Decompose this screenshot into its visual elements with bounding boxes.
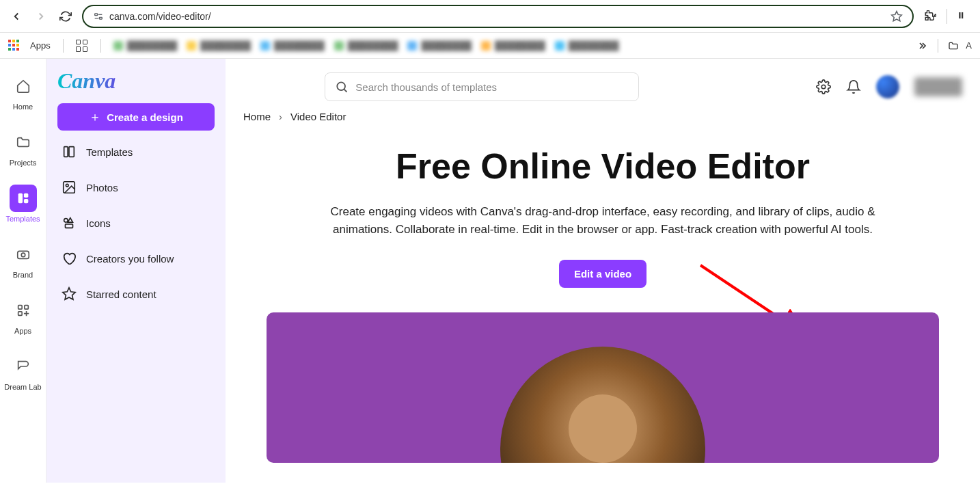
page-description: Create engaging videos with Canva's drag… bbox=[316, 203, 890, 239]
star-icon bbox=[62, 286, 77, 301]
home-icon bbox=[10, 72, 37, 100]
sidebar-item-icons[interactable]: Icons bbox=[57, 209, 215, 237]
rail-home[interactable]: Home bbox=[0, 70, 46, 113]
bookmarks-bar: Apps ████████ ████████ ████████ ████████… bbox=[0, 33, 980, 59]
apps-label[interactable]: Apps bbox=[30, 40, 51, 51]
address-bar[interactable]: canva.com/video-editor/ bbox=[82, 5, 914, 28]
heart-icon bbox=[62, 251, 77, 266]
topbar bbox=[226, 63, 980, 108]
folder-icon[interactable] bbox=[948, 40, 959, 51]
tab-groups-icon[interactable] bbox=[76, 40, 88, 52]
apps-icon bbox=[10, 297, 37, 324]
breadcrumb: Home › Video Editor bbox=[226, 108, 980, 132]
svg-rect-6 bbox=[962, 12, 963, 18]
browser-toolbar: canva.com/video-editor/ bbox=[0, 0, 980, 33]
apps-grid-icon[interactable] bbox=[8, 40, 21, 52]
edit-video-button[interactable]: Edit a video bbox=[559, 260, 646, 288]
search-input[interactable] bbox=[355, 81, 629, 93]
all-bookmarks-label[interactable]: A bbox=[966, 40, 972, 51]
svg-rect-13 bbox=[24, 306, 28, 310]
svg-point-18 bbox=[66, 184, 68, 187]
sidebar-item-starred[interactable]: Starred content bbox=[57, 280, 215, 308]
bookmark-item[interactable]: ████████ bbox=[187, 40, 251, 51]
bookmark-item[interactable]: ████████ bbox=[334, 40, 398, 51]
rail-dream-lab[interactable]: Dream Lab bbox=[0, 350, 46, 394]
bookmark-item[interactable]: ████████ bbox=[260, 40, 325, 51]
svg-rect-9 bbox=[23, 199, 27, 203]
templates-icon bbox=[10, 185, 37, 212]
media-control-icon[interactable] bbox=[955, 8, 972, 25]
svg-rect-20 bbox=[66, 224, 73, 228]
search-box[interactable] bbox=[325, 72, 639, 101]
svg-rect-12 bbox=[18, 306, 22, 310]
hero-section: Free Online Video Editor Create engaging… bbox=[226, 132, 980, 308]
sidebar-item-creators[interactable]: Creators you follow bbox=[57, 244, 215, 273]
rail-apps[interactable]: Apps bbox=[0, 294, 46, 338]
breadcrumb-home[interactable]: Home bbox=[243, 111, 271, 122]
plus-icon: ＋ bbox=[89, 109, 101, 125]
svg-point-24 bbox=[821, 85, 826, 89]
svg-rect-16 bbox=[69, 147, 74, 157]
templates-icon bbox=[62, 144, 77, 159]
svg-marker-4 bbox=[892, 11, 902, 21]
sidebar-item-templates[interactable]: Templates bbox=[57, 137, 215, 166]
search-icon bbox=[335, 80, 349, 94]
dream-icon bbox=[10, 353, 37, 380]
video-preview bbox=[267, 312, 939, 463]
svg-point-22 bbox=[338, 82, 346, 90]
site-settings-icon bbox=[93, 11, 104, 22]
svg-marker-21 bbox=[63, 288, 75, 299]
canva-logo[interactable]: Canva bbox=[57, 68, 215, 94]
shapes-icon bbox=[62, 215, 77, 230]
folder-icon bbox=[10, 129, 37, 156]
svg-point-19 bbox=[64, 219, 68, 223]
bookmark-item[interactable]: ████████ bbox=[113, 40, 178, 51]
svg-rect-10 bbox=[17, 251, 29, 258]
bookmark-item[interactable]: ████████ bbox=[555, 40, 619, 51]
user-name bbox=[914, 77, 962, 96]
gear-icon[interactable] bbox=[816, 79, 831, 94]
rail-brand[interactable]: Brand bbox=[0, 238, 46, 282]
bookmark-item[interactable]: ████████ bbox=[481, 40, 545, 51]
chevron-right-icon: › bbox=[279, 111, 282, 122]
svg-point-11 bbox=[21, 253, 25, 257]
bell-icon[interactable] bbox=[846, 79, 861, 94]
sidebar: Canva ＋Create a design Templates Photos … bbox=[46, 59, 226, 483]
svg-rect-5 bbox=[959, 12, 960, 18]
svg-line-23 bbox=[344, 89, 347, 92]
svg-rect-0 bbox=[95, 14, 98, 16]
photos-icon bbox=[62, 180, 77, 195]
brand-icon bbox=[10, 241, 37, 268]
bookmark-item[interactable]: ████████ bbox=[407, 40, 472, 51]
create-design-button[interactable]: ＋Create a design bbox=[57, 103, 215, 131]
bookmarks-overflow-icon[interactable] bbox=[917, 40, 928, 51]
nav-rail: Home Projects Templates Brand Apps Dream… bbox=[0, 59, 46, 483]
reload-button[interactable] bbox=[57, 8, 74, 25]
rail-projects[interactable]: Projects bbox=[0, 126, 46, 170]
svg-rect-8 bbox=[23, 193, 27, 198]
forward-button[interactable] bbox=[33, 8, 49, 25]
video-thumbnail-person bbox=[500, 347, 705, 463]
svg-rect-14 bbox=[18, 312, 22, 316]
page-title: Free Online Video Editor bbox=[267, 146, 939, 187]
extensions-icon[interactable] bbox=[922, 8, 938, 25]
sidebar-item-photos[interactable]: Photos bbox=[57, 173, 215, 202]
svg-rect-15 bbox=[64, 147, 68, 157]
main-content: Home › Video Editor Free Online Video Ed… bbox=[226, 63, 980, 483]
svg-rect-1 bbox=[99, 17, 102, 19]
rail-templates[interactable]: Templates bbox=[0, 182, 46, 226]
back-button[interactable] bbox=[8, 8, 25, 25]
breadcrumb-current: Video Editor bbox=[290, 111, 346, 122]
avatar[interactable] bbox=[876, 75, 899, 98]
bookmark-star-icon[interactable] bbox=[890, 10, 903, 23]
url-text: canva.com/video-editor/ bbox=[109, 11, 885, 22]
svg-rect-7 bbox=[18, 193, 22, 204]
